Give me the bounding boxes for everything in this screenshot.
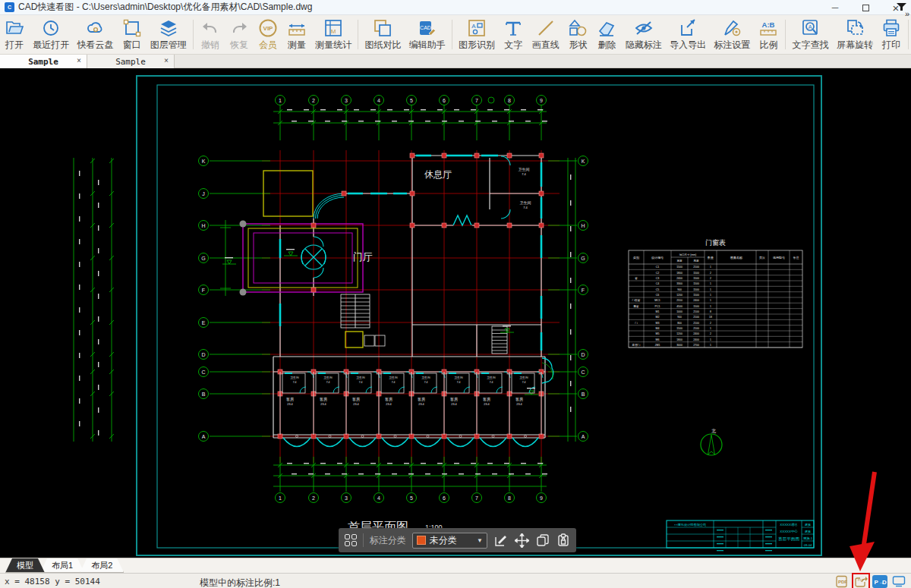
toolbar-button-print[interactable]: 打印 [877, 15, 906, 54]
eraser-icon [597, 18, 616, 38]
impexp-icon [678, 18, 698, 38]
svg-text:首层平面图: 首层平面图 [778, 536, 799, 542]
close-tab-icon[interactable]: × [164, 56, 169, 64]
toolbar-button-assist[interactable]: CAD编辑助手 [405, 15, 449, 54]
toolbar-button-line[interactable]: 画直线 [528, 15, 563, 54]
svg-text:C6: C6 [656, 294, 660, 297]
eyeoff-icon [634, 18, 654, 38]
svg-text:洞口尺寸 (mm): 洞口尺寸 (mm) [679, 253, 696, 256]
layers-icon [159, 18, 178, 38]
toolbar-button-redo[interactable]: 恢复 [225, 15, 254, 54]
svg-text:PDF: PDF [838, 580, 847, 584]
annotation-grid-icon[interactable] [345, 534, 357, 546]
svg-text:8: 8 [508, 495, 511, 501]
layout-tab-模型[interactable]: 模型 [5, 558, 45, 573]
move-annotation-icon[interactable] [515, 532, 529, 549]
annotation-category-select[interactable]: 未分类 ▼ [412, 533, 487, 549]
svg-text:6: 6 [443, 495, 446, 501]
minimize-button[interactable]: ─ [820, 0, 850, 15]
toolbar-button-impexp[interactable]: 导入导出 [666, 15, 710, 54]
toolbar-button-shapes[interactable]: 形状 [563, 15, 592, 54]
svg-text:1: 1 [710, 282, 711, 285]
paste-annotation-icon[interactable] [556, 532, 570, 549]
assist-icon: CAD [418, 18, 437, 38]
svg-text:宽度: 宽度 [676, 259, 682, 263]
monitor-icon[interactable] [891, 574, 906, 588]
svg-text:卫生间: 卫生间 [389, 376, 398, 379]
toolbar-button-compare[interactable]: 图纸对比 [361, 15, 405, 54]
toolbar-button-recent[interactable]: 最近打开 [29, 15, 73, 54]
svg-text:VIP: VIP [263, 25, 274, 32]
svg-text:M1: M1 [656, 310, 660, 313]
svg-text:客房: 客房 [483, 397, 490, 401]
svg-text:18: 18 [709, 316, 712, 319]
svg-text:1: 1 [710, 305, 711, 308]
svg-text:2: 2 [312, 495, 315, 501]
svg-text:1000: 1000 [676, 310, 682, 313]
svg-text:G: G [581, 256, 585, 261]
svg-text:XXXXX酒店: XXXXX酒店 [780, 523, 798, 527]
toolbar-button-stats[interactable]: M测量统计 [311, 15, 355, 54]
svg-text:7: 7 [475, 98, 478, 103]
pdf-export-icon[interactable]: PDF [834, 574, 850, 588]
maximize-button[interactable] [850, 0, 881, 15]
svg-text:2400: 2400 [676, 277, 682, 280]
svg-text:6: 6 [443, 98, 446, 103]
toolbar-button-rotate[interactable]: 屏幕旋转 [833, 15, 877, 54]
filter-icon[interactable] [897, 3, 906, 11]
svg-text:××建筑设计院有限公司: ××建筑设计院有限公司 [674, 523, 707, 527]
toolbar-button-text[interactable]: 文字 [499, 15, 528, 54]
svg-text:2700: 2700 [693, 344, 699, 347]
layout-tab-布局1[interactable]: 布局1 [40, 558, 84, 573]
toolbar-button-findtext[interactable]: A文字查找 [788, 15, 832, 54]
toolbar-button-label: 测量 [288, 39, 306, 52]
compare-icon [373, 18, 392, 38]
chevron-down-icon: ▼ [477, 537, 483, 544]
toolbar-button-eyeoff[interactable]: 隐藏标注 [621, 15, 665, 54]
svg-text:1500: 1500 [676, 327, 682, 330]
copy-annotation-icon[interactable] [536, 532, 550, 549]
edit-annotation-icon[interactable] [494, 532, 508, 549]
svg-text:7.4: 7.4 [293, 381, 297, 384]
toolbar-button-label: 屏幕旋转 [837, 39, 873, 52]
svg-text:5: 5 [410, 495, 413, 501]
share-export-icon[interactable]: PDF [853, 574, 868, 588]
svg-text:2100: 2100 [693, 310, 699, 313]
toolbar-button-recognize[interactable]: A图形识别 [455, 15, 499, 54]
toolbar-button-measure[interactable]: 测量 [282, 15, 311, 54]
svg-text:客房: 客房 [515, 397, 523, 401]
toolbar-button-cloud[interactable]: 快看云盘 [73, 15, 117, 54]
recognize-icon: A [467, 18, 487, 38]
svg-text:800: 800 [677, 322, 682, 325]
annotation-scale-text: 模型中的标注比例:1 [200, 577, 280, 588]
svg-text:卫生间: 卫生间 [290, 376, 299, 379]
document-tab-1[interactable]: Sample× [87, 55, 175, 68]
toolbar-button-open[interactable]: 打开 [0, 15, 29, 54]
drawing-canvas[interactable]: 123456789123456789KJHGFEDCBAKHGFDCBA卫生间7… [0, 68, 911, 558]
app-icon: C [5, 2, 14, 12]
pdf-to-dwg-icon[interactable]: P → D [872, 574, 887, 588]
svg-text:C1: C1 [656, 266, 660, 269]
toolbar-button-undo[interactable]: 撤销 [196, 15, 225, 54]
svg-text:7.4: 7.4 [457, 381, 461, 384]
toolbar-button-scale[interactable]: A:B比例 [754, 15, 783, 54]
category-selected-value: 未分类 [430, 534, 477, 547]
document-tab-0[interactable]: Sample× [0, 55, 87, 68]
close-tab-icon[interactable]: × [77, 56, 81, 64]
toolbar-button-pengear[interactable]: 标注设置 [710, 15, 754, 54]
svg-text:3000: 3000 [676, 344, 682, 347]
recent-icon [41, 18, 61, 38]
svg-text:PDF: PDF [858, 578, 865, 582]
svg-text:页次: 页次 [759, 256, 765, 259]
svg-text:900: 900 [677, 288, 682, 291]
svg-text:2400: 2400 [693, 338, 699, 341]
toolbar-button-layers[interactable]: 图层管理 [147, 15, 191, 54]
svg-text:门: 门 [635, 321, 638, 325]
layout-tab-布局2[interactable]: 布局2 [80, 558, 124, 573]
document-tab-bar: Sample×Sample× [0, 55, 911, 68]
cursor-coordinates: x = 48158 y = 50144 [5, 577, 100, 586]
svg-text:M2: M2 [656, 316, 660, 319]
toolbar-button-window[interactable]: 窗口 [118, 15, 147, 54]
toolbar-button-eraser[interactable]: 删除 [592, 15, 621, 54]
toolbar-button-vip[interactable]: VIP会员 [254, 15, 282, 54]
